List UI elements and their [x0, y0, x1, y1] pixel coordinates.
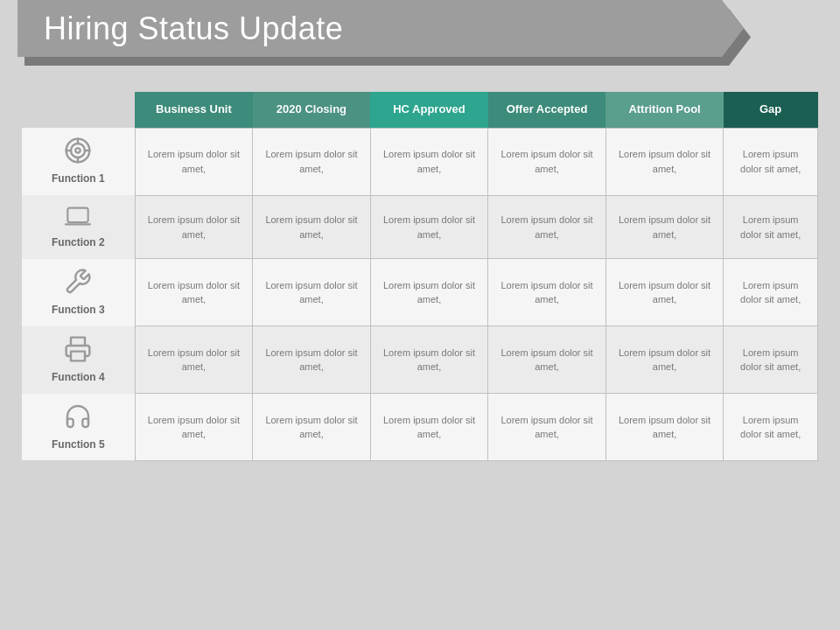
- svg-rect-8: [71, 351, 85, 360]
- printer-icon: [32, 335, 124, 367]
- function-label: Function 3: [32, 303, 124, 318]
- wrench-icon: [32, 268, 124, 299]
- cell-business-unit: Lorem ipsum dolor sit amet,: [135, 259, 253, 326]
- title-banner-wrapper: Hiring Status Update: [0, 0, 840, 74]
- content-area: Business Unit 2020 Closing HC Approved O…: [22, 92, 818, 461]
- banner-foreground: Hiring Status Update: [18, 0, 744, 57]
- cell-gap: Lorem ipsum dolor sit amet,: [724, 195, 818, 259]
- th-hc-approved: HC Approved: [370, 92, 488, 128]
- function-cell-3: Function 3: [22, 259, 135, 326]
- cell-offer-accepted: Lorem ipsum dolor sit amet,: [488, 195, 606, 259]
- cell-offer-accepted: Lorem ipsum dolor sit amet,: [488, 394, 606, 461]
- cell-offer-accepted: Lorem ipsum dolor sit amet,: [488, 259, 606, 326]
- cell-attrition-pool: Lorem ipsum dolor sit amet,: [606, 128, 724, 195]
- cell-gap: Lorem ipsum dolor sit amet,: [724, 128, 818, 195]
- cell-hc-approved: Lorem ipsum dolor sit amet,: [370, 128, 488, 195]
- cell-hc-approved: Lorem ipsum dolor sit amet,: [370, 259, 488, 326]
- cell-closing: Lorem ipsum dolor sit amet,: [253, 259, 371, 326]
- function-label: Function 5: [32, 438, 124, 452]
- th-closing: 2020 Closing: [253, 92, 371, 128]
- function-cell-1: Function 1: [22, 128, 135, 195]
- cell-gap: Lorem ipsum dolor sit amet,: [724, 394, 818, 461]
- function-cell-2: Function 2: [22, 195, 135, 259]
- function-label: Function 2: [32, 235, 124, 250]
- cell-attrition-pool: Lorem ipsum dolor sit amet,: [606, 394, 724, 461]
- cell-gap: Lorem ipsum dolor sit amet,: [724, 259, 818, 326]
- svg-point-2: [76, 149, 80, 153]
- table-row: Function 2 Lorem ipsum dolor sit amet,Lo…: [22, 195, 818, 259]
- th-function: [22, 92, 135, 128]
- table-row: Function 3 Lorem ipsum dolor sit amet,Lo…: [22, 259, 818, 326]
- cell-offer-accepted: Lorem ipsum dolor sit amet,: [488, 128, 606, 195]
- th-attrition-pool: Attrition Pool: [606, 92, 724, 128]
- cell-closing: Lorem ipsum dolor sit amet,: [253, 128, 371, 195]
- cell-closing: Lorem ipsum dolor sit amet,: [253, 195, 371, 259]
- th-business-unit: Business Unit: [135, 92, 253, 128]
- cell-business-unit: Lorem ipsum dolor sit amet,: [135, 128, 253, 195]
- function-cell-5: Function 5: [22, 394, 135, 461]
- cell-hc-approved: Lorem ipsum dolor sit amet,: [370, 326, 488, 394]
- cell-offer-accepted: Lorem ipsum dolor sit amet,: [488, 326, 606, 394]
- svg-point-1: [71, 144, 85, 158]
- page-title: Hiring Status Update: [44, 10, 343, 47]
- function-label: Function 1: [32, 172, 124, 186]
- cell-business-unit: Lorem ipsum dolor sit amet,: [135, 326, 253, 394]
- cell-closing: Lorem ipsum dolor sit amet,: [253, 326, 371, 394]
- cell-attrition-pool: Lorem ipsum dolor sit amet,: [606, 326, 724, 394]
- laptop-icon: [32, 204, 124, 232]
- cell-business-unit: Lorem ipsum dolor sit amet,: [135, 195, 253, 259]
- cell-attrition-pool: Lorem ipsum dolor sit amet,: [606, 259, 724, 326]
- function-cell-4: Function 4: [22, 326, 135, 394]
- cell-gap: Lorem ipsum dolor sit amet,: [724, 326, 818, 394]
- hiring-table: Business Unit 2020 Closing HC Approved O…: [22, 92, 818, 461]
- table-row: Function 5 Lorem ipsum dolor sit amet,Lo…: [22, 394, 818, 461]
- headphones-icon: [32, 402, 124, 434]
- table-row: Function 4 Lorem ipsum dolor sit amet,Lo…: [22, 326, 818, 394]
- th-offer-accepted: Offer Accepted: [488, 92, 606, 128]
- cell-hc-approved: Lorem ipsum dolor sit amet,: [370, 394, 488, 461]
- cell-attrition-pool: Lorem ipsum dolor sit amet,: [606, 195, 724, 259]
- page-container: Hiring Status Update Business Unit 2020 …: [0, 0, 840, 630]
- cell-closing: Lorem ipsum dolor sit amet,: [253, 394, 371, 461]
- table-row: Function 1 Lorem ipsum dolor sit amet,Lo…: [22, 128, 818, 195]
- svg-rect-7: [68, 208, 88, 222]
- th-gap: Gap: [724, 92, 818, 128]
- table-header-row: Business Unit 2020 Closing HC Approved O…: [22, 92, 818, 128]
- target-icon: [32, 136, 124, 168]
- function-label: Function 4: [32, 370, 124, 385]
- cell-hc-approved: Lorem ipsum dolor sit amet,: [370, 195, 488, 259]
- cell-business-unit: Lorem ipsum dolor sit amet,: [135, 394, 253, 461]
